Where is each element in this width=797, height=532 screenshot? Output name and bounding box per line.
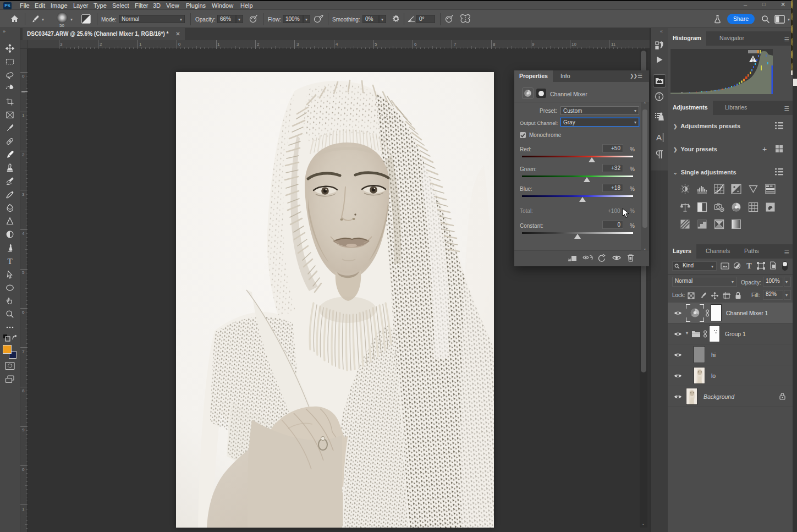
svg-text:A: A [656,133,662,142]
svg-text:T: T [746,262,752,270]
svg-text:T: T [7,257,12,266]
